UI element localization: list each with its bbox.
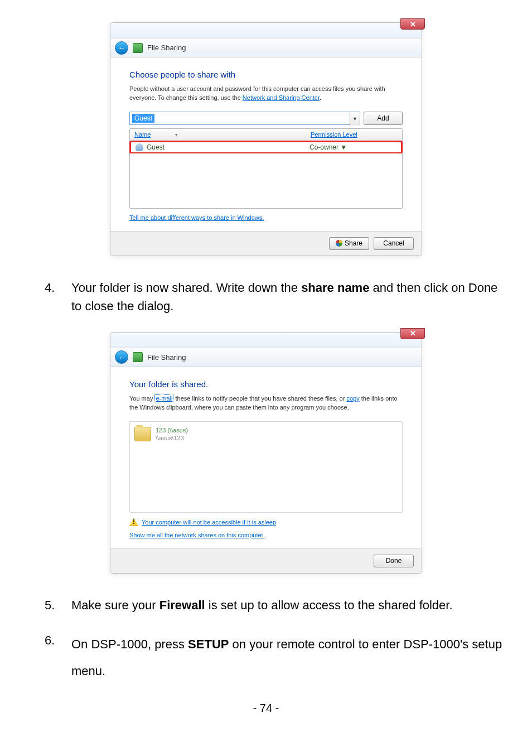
desc-text-2: these links to notify people that you ha… — [173, 395, 346, 402]
step-number: 4. — [45, 278, 58, 315]
user-combo-row: Guest ▼ Add — [129, 112, 403, 125]
sort-indicator-icon: ▾ — [175, 132, 177, 137]
sub-bar: ← File Sharing — [110, 348, 422, 367]
step-number: 6. — [45, 631, 58, 685]
chevron-down-icon[interactable]: ▼ — [350, 112, 360, 126]
table-empty-area — [130, 153, 402, 208]
arrow-left-icon: ← — [118, 353, 125, 362]
sub-bar: ← File Sharing — [110, 38, 422, 57]
combo-value: Guest — [132, 114, 154, 123]
step-4: 4. Your folder is now shared. Write down… — [45, 278, 504, 315]
file-sharing-done-dialog: ✕ ← File Sharing Your folder is shared. … — [110, 332, 422, 574]
step-text-2: is set up to allow access to the shared … — [205, 598, 453, 612]
back-button[interactable]: ← — [115, 41, 128, 55]
name-header-label: Name — [134, 131, 151, 138]
cancel-button[interactable]: Cancel — [374, 237, 414, 250]
desc-text-end: . — [320, 94, 321, 101]
share-path: \\asus\123 — [156, 434, 188, 442]
step-body: On DSP-1000, press SETUP on your remote … — [71, 631, 504, 685]
name-column-header[interactable]: Name ▾ — [130, 131, 307, 138]
ways-to-share-link[interactable]: Tell me about different ways to share in… — [129, 214, 264, 221]
share-icon — [133, 352, 143, 362]
warning-icon: ! — [129, 518, 138, 526]
row-name-cell: Guest — [131, 143, 306, 151]
sleep-warning-row: ! Your computer will not be accessible i… — [129, 518, 403, 526]
subbar-title: File Sharing — [147, 44, 186, 52]
user-icon — [136, 143, 143, 151]
share-button[interactable]: Share — [329, 237, 369, 250]
step-text-3: to close the dialog. — [71, 299, 173, 313]
share-list: 123 (\\asus) \\asus\123 — [129, 421, 403, 513]
share-icon — [133, 43, 143, 53]
share-button-label: Share — [345, 239, 362, 247]
row-user-label: Guest — [147, 143, 165, 151]
permission-column-header[interactable]: Permission Level — [307, 131, 402, 138]
step-bold: Firewall — [159, 598, 205, 612]
email-link[interactable]: e-mail — [154, 394, 173, 402]
subbar-title: File Sharing — [147, 353, 186, 362]
dialog-heading: Your folder is shared. — [129, 379, 403, 389]
step-body: Make sure your Firewall is set up to all… — [71, 596, 504, 614]
step-5: 5. Make sure your Firewall is set up to … — [45, 596, 504, 614]
dialog-body: Your folder is shared. You may e-mail th… — [110, 367, 422, 548]
row-permission-cell[interactable]: Co-owner ▼ — [306, 143, 401, 151]
share-text: 123 (\\asus) \\asus\123 — [156, 426, 188, 442]
step-number: 5. — [45, 596, 58, 614]
step-6: 6. On DSP-1000, press SETUP on your remo… — [45, 631, 504, 685]
dialog-header: ✕ — [110, 333, 422, 348]
folder-icon — [134, 427, 151, 441]
dialog-description: People without a user account and passwo… — [129, 85, 403, 103]
step-bold: SETUP — [188, 637, 229, 651]
show-network-shares-link[interactable]: Show me all the network shares on this c… — [129, 532, 265, 538]
table-row[interactable]: Guest Co-owner ▼ — [129, 141, 403, 154]
step-text: Make sure your — [71, 598, 159, 612]
table-header: Name ▾ Permission Level — [130, 129, 402, 141]
add-button[interactable]: Add — [364, 112, 403, 125]
dialog-description: You may e-mail these links to notify peo… — [129, 394, 403, 412]
step-text: On DSP-1000, press — [71, 637, 188, 651]
step-body: Your folder is now shared. Write down th… — [71, 278, 504, 315]
arrow-left-icon: ← — [118, 44, 125, 52]
dialog-footer: Share Cancel — [110, 231, 422, 256]
share-name: 123 (\\asus) — [156, 426, 188, 434]
back-button[interactable]: ← — [115, 350, 128, 364]
permissions-table: Name ▾ Permission Level Guest Co-owner ▼ — [129, 128, 403, 209]
dialog-heading: Choose people to share with — [129, 70, 403, 79]
dialog-body: Choose people to share with People witho… — [110, 57, 422, 231]
dialog-header: ✕ — [110, 23, 422, 38]
network-sharing-center-link[interactable]: Network and Sharing Center — [243, 94, 320, 101]
user-combobox[interactable]: Guest ▼ — [129, 112, 360, 125]
step-text: Your folder is now shared. Write down th… — [71, 281, 301, 295]
step-bold: share name — [301, 281, 369, 295]
sleep-warning-link[interactable]: Your computer will not be accessible if … — [142, 519, 276, 526]
close-button[interactable]: ✕ — [400, 328, 425, 339]
copy-link[interactable]: copy — [346, 395, 359, 402]
dialog-footer: Done — [110, 548, 422, 573]
close-button[interactable]: ✕ — [400, 18, 425, 30]
page-number: - 74 - — [28, 702, 504, 715]
desc-text-1: You may — [129, 395, 154, 402]
done-button[interactable]: Done — [374, 555, 414, 567]
share-item[interactable]: 123 (\\asus) \\asus\123 — [134, 426, 398, 442]
file-sharing-choose-dialog: ✕ ← File Sharing Choose people to share … — [110, 22, 422, 256]
shield-icon — [336, 240, 342, 247]
step-text-2: and then click on Done — [369, 281, 497, 295]
